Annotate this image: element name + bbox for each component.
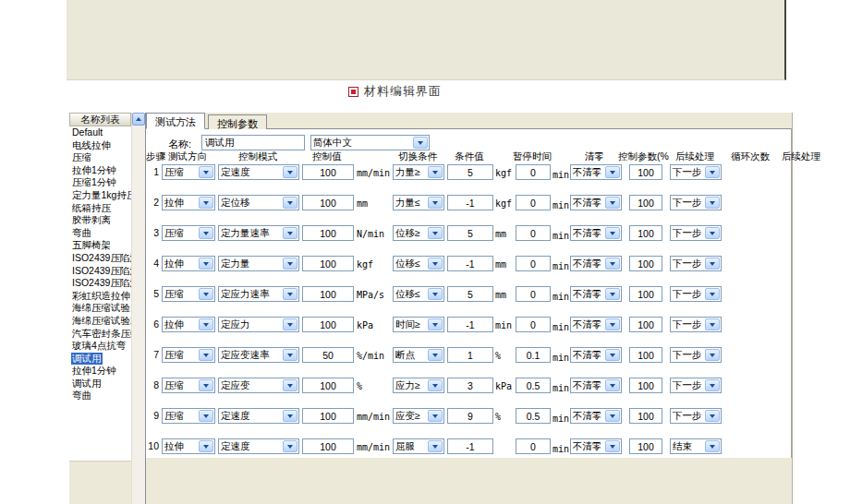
control-value-input[interactable]	[302, 408, 354, 424]
control-value-input[interactable]	[302, 347, 354, 363]
dropdown-arrow-icon[interactable]	[605, 318, 620, 330]
sidebar-item[interactable]: 汽车密封条压缩	[69, 328, 131, 341]
clear-zero-select[interactable]: 不清零	[570, 438, 622, 454]
control-value-input[interactable]	[302, 256, 354, 271]
sidebar-item[interactable]: ISO2439压陷法	[69, 277, 131, 290]
control-param-input[interactable]	[629, 286, 662, 302]
clear-zero-select[interactable]: 不清零	[570, 256, 622, 271]
sidebar-item[interactable]: 拉伸1分钟	[69, 365, 131, 378]
dropdown-arrow-icon[interactable]	[199, 379, 213, 391]
sidebar-item[interactable]: 调试用	[69, 378, 131, 390]
sidebar-item[interactable]: 海绵压缩试验2	[69, 315, 131, 328]
tab-control-params[interactable]: 控制参数	[208, 114, 267, 129]
dropdown-arrow-icon[interactable]	[199, 166, 213, 178]
clear-zero-select[interactable]: 不清零	[570, 347, 622, 363]
control-value-input[interactable]	[302, 438, 354, 454]
dropdown-arrow-icon[interactable]	[283, 410, 298, 422]
condition-value-input[interactable]	[447, 347, 493, 363]
pause-time-input[interactable]	[516, 256, 551, 271]
dropdown-arrow-icon[interactable]	[199, 197, 213, 209]
pause-time-input[interactable]	[516, 195, 551, 210]
next-action-select[interactable]: 下一步	[670, 408, 722, 424]
condition-value-input[interactable]	[447, 378, 493, 393]
dropdown-arrow-icon[interactable]	[705, 166, 720, 178]
dropdown-arrow-icon[interactable]	[605, 379, 620, 391]
control-param-input[interactable]	[629, 347, 662, 363]
dropdown-arrow-icon[interactable]	[428, 440, 443, 452]
dropdown-arrow-icon[interactable]	[705, 197, 720, 209]
dropdown-arrow-icon[interactable]	[705, 379, 720, 391]
dropdown-arrow-icon[interactable]	[705, 227, 720, 239]
dropdown-arrow-icon[interactable]	[605, 197, 620, 209]
switch-condition-select[interactable]: 位移≥	[393, 225, 444, 241]
pause-time-input[interactable]	[516, 317, 551, 332]
dropdown-arrow-icon[interactable]	[199, 258, 213, 270]
pause-time-input[interactable]	[516, 378, 551, 393]
next-action-select[interactable]: 下一步	[670, 164, 722, 180]
dropdown-arrow-icon[interactable]	[283, 379, 298, 391]
sidebar-item[interactable]: ISO2439压陷法	[69, 252, 131, 265]
clear-zero-select[interactable]: 不清零	[570, 225, 622, 241]
next-action-select[interactable]: 下一步	[670, 225, 722, 241]
dropdown-arrow-icon[interactable]	[428, 379, 443, 391]
control-param-input[interactable]	[629, 408, 662, 424]
switch-condition-select[interactable]: 位移≤	[393, 256, 444, 271]
control-mode-select[interactable]: 定力量	[218, 256, 299, 271]
switch-condition-select[interactable]: 断点	[393, 347, 444, 363]
dropdown-arrow-icon[interactable]	[283, 440, 298, 452]
dropdown-arrow-icon[interactable]	[283, 258, 298, 270]
test-direction-select[interactable]: 压缩	[162, 225, 215, 241]
condition-value-input[interactable]	[447, 408, 493, 424]
sidebar-item[interactable]: 玻璃4点抗弯	[69, 340, 131, 353]
next-action-select[interactable]: 结束	[670, 438, 722, 454]
pause-time-input[interactable]	[516, 164, 551, 180]
switch-condition-select[interactable]: 应力≥	[393, 378, 444, 393]
sidebar-list[interactable]: Default电线拉伸压缩拉伸1分钟压缩1分钟定力量1kg持压纸箱持压胶带剥离弯…	[69, 126, 131, 462]
next-action-select[interactable]: 下一步	[670, 317, 722, 332]
control-param-input[interactable]	[629, 256, 662, 271]
pause-time-input[interactable]	[516, 286, 551, 302]
condition-value-input[interactable]	[447, 225, 493, 241]
test-direction-select[interactable]: 压缩	[162, 286, 215, 302]
scroll-up-button[interactable]	[132, 113, 145, 126]
dropdown-arrow-icon[interactable]	[605, 410, 620, 422]
dropdown-arrow-icon[interactable]	[428, 227, 443, 239]
test-direction-select[interactable]: 压缩	[162, 408, 215, 424]
control-mode-select[interactable]: 定应力速率	[218, 286, 299, 302]
dropdown-arrow-icon[interactable]	[428, 318, 443, 330]
test-direction-select[interactable]: 拉伸	[162, 317, 215, 332]
clear-zero-select[interactable]: 不清零	[570, 195, 622, 210]
next-action-select[interactable]: 下一步	[670, 195, 722, 210]
dropdown-arrow-icon[interactable]	[428, 349, 443, 361]
condition-value-input[interactable]	[447, 286, 493, 302]
dropdown-arrow-icon[interactable]	[428, 258, 443, 270]
tab-test-method[interactable]: 测试方法	[146, 113, 205, 129]
name-input[interactable]	[201, 135, 305, 150]
pause-time-input[interactable]	[516, 438, 551, 454]
control-mode-select[interactable]: 定速度	[218, 438, 299, 454]
dropdown-arrow-icon[interactable]	[605, 440, 620, 452]
next-action-select[interactable]: 下一步	[670, 378, 722, 393]
dropdown-arrow-icon[interactable]	[605, 227, 620, 239]
dropdown-arrow-icon[interactable]	[283, 349, 298, 361]
sidebar-item[interactable]: 定力量1kg持压	[69, 189, 131, 202]
condition-value-input[interactable]	[447, 164, 493, 180]
sidebar-item[interactable]: 弯曲	[69, 227, 131, 240]
dropdown-arrow-icon[interactable]	[428, 166, 443, 178]
switch-condition-select[interactable]: 位移≤	[393, 286, 444, 302]
test-direction-select[interactable]: 拉伸	[162, 195, 215, 210]
clear-zero-select[interactable]: 不清零	[570, 164, 622, 180]
test-direction-select[interactable]: 拉伸	[162, 438, 215, 454]
clear-zero-select[interactable]: 不清零	[570, 408, 622, 424]
dropdown-arrow-icon[interactable]	[605, 288, 620, 300]
sidebar-item[interactable]: 压缩	[69, 151, 131, 164]
control-value-input[interactable]	[302, 286, 354, 302]
sidebar-item[interactable]: ISO2439压陷法	[69, 265, 131, 278]
control-mode-select[interactable]: 定位移	[218, 195, 299, 210]
condition-value-input[interactable]	[447, 256, 493, 271]
control-value-input[interactable]	[302, 317, 354, 332]
control-mode-select[interactable]: 定速度	[218, 408, 299, 424]
dropdown-arrow-icon[interactable]	[705, 318, 720, 330]
control-value-input[interactable]	[302, 225, 354, 241]
switch-condition-select[interactable]: 力量≥	[393, 164, 444, 180]
